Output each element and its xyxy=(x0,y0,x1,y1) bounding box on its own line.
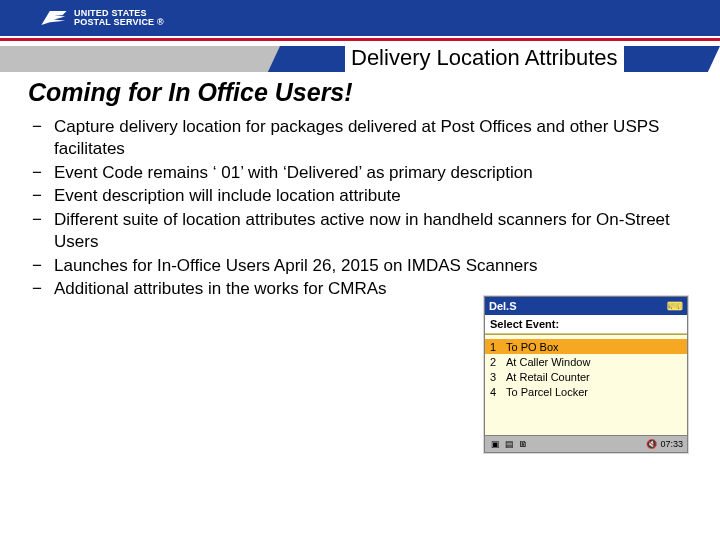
list-item: − Launches for In-Office Users April 26,… xyxy=(30,255,690,277)
speaker-icon[interactable]: 🔇 xyxy=(646,439,657,449)
page-title: Delivery Location Attributes xyxy=(345,46,624,72)
status-time: 07:33 xyxy=(660,439,683,449)
scanner-titlebar: Del.S ⌨ xyxy=(485,297,687,315)
usps-logo: UNITED STATES POSTAL SERVICE ® xyxy=(40,8,164,28)
bullet-text: Event Code remains ‘ 01’ with ‘Delivered… xyxy=(54,162,690,184)
bullet-text: Different suite of location attributes a… xyxy=(54,209,690,253)
status-right: 🔇 07:33 xyxy=(646,439,683,449)
slide: UNITED STATES POSTAL SERVICE ® Delivery … xyxy=(0,0,720,540)
status-icon[interactable]: ▣ xyxy=(489,438,501,450)
logo-line-2: POSTAL SERVICE ® xyxy=(74,18,164,27)
bullet-dash: − xyxy=(30,116,54,160)
ribbon-grey xyxy=(0,46,280,72)
list-item: − Different suite of location attributes… xyxy=(30,209,690,253)
item-number: 1 xyxy=(490,341,506,353)
subtitle: Coming for In Office Users! xyxy=(28,78,353,107)
item-label: At Retail Counter xyxy=(506,371,590,383)
scanner-statusbar: ▣ ▤ 🗎 🔇 07:33 xyxy=(485,435,687,452)
bullet-dash: − xyxy=(30,185,54,207)
scanner-title: Del.S xyxy=(489,300,517,312)
list-item: − Capture delivery location for packages… xyxy=(30,116,690,160)
item-number: 4 xyxy=(490,386,506,398)
bullet-text: Launches for In-Office Users April 26, 2… xyxy=(54,255,690,277)
bullet-dash: − xyxy=(30,278,54,300)
bullet-text: Capture delivery location for packages d… xyxy=(54,116,690,160)
scanner-list-item[interactable]: 4 To Parcel Locker xyxy=(485,384,687,399)
bullet-dash: − xyxy=(30,209,54,253)
bullet-dash: − xyxy=(30,255,54,277)
bullet-text: Event description will include location … xyxy=(54,185,690,207)
list-item: − Event description will include locatio… xyxy=(30,185,690,207)
scanner-prompt: Select Event: xyxy=(485,315,687,334)
red-divider xyxy=(0,38,720,41)
eagle-icon xyxy=(40,8,68,28)
item-label: At Caller Window xyxy=(506,356,590,368)
keyboard-icon[interactable]: ⌨ xyxy=(667,300,683,313)
scanner-list-item[interactable]: 3 At Retail Counter xyxy=(485,369,687,384)
scanner-window: Del.S ⌨ Select Event: 1 To PO Box 2 At C… xyxy=(484,296,688,453)
status-icon[interactable]: 🗎 xyxy=(517,438,529,450)
scanner-list: 1 To PO Box 2 At Caller Window 3 At Reta… xyxy=(485,334,687,435)
bullet-list: − Capture delivery location for packages… xyxy=(30,116,690,302)
item-label: To PO Box xyxy=(506,341,559,353)
scanner-list-item[interactable]: 1 To PO Box xyxy=(485,339,687,354)
item-number: 2 xyxy=(490,356,506,368)
status-icon[interactable]: ▤ xyxy=(503,438,515,450)
header-bar: UNITED STATES POSTAL SERVICE ® xyxy=(0,0,720,36)
list-item: − Event Code remains ‘ 01’ with ‘Deliver… xyxy=(30,162,690,184)
scanner-list-item[interactable]: 2 At Caller Window xyxy=(485,354,687,369)
item-label: To Parcel Locker xyxy=(506,386,588,398)
item-number: 3 xyxy=(490,371,506,383)
status-left: ▣ ▤ 🗎 xyxy=(489,438,529,450)
bullet-dash: − xyxy=(30,162,54,184)
logo-text: UNITED STATES POSTAL SERVICE ® xyxy=(74,9,164,28)
